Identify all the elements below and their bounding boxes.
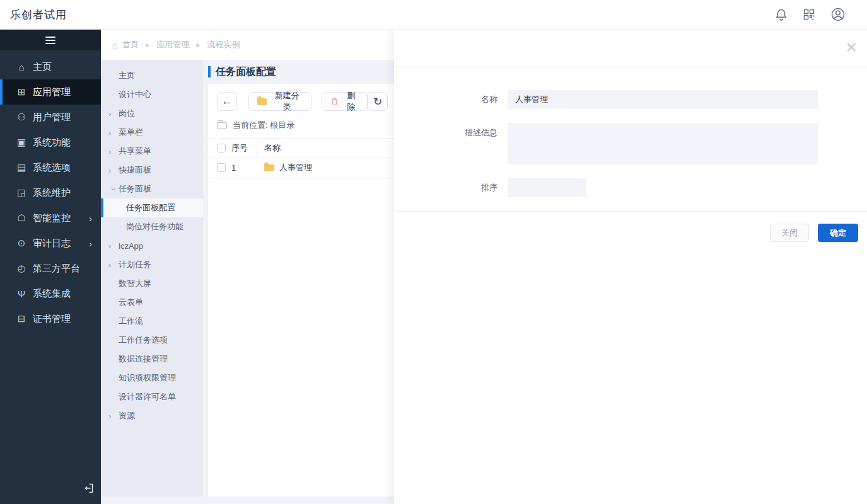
description-label: 描述信息 bbox=[394, 123, 508, 164]
submenu-item[interactable]: › 数据连接管理 bbox=[101, 350, 203, 369]
new-category-button[interactable]: 新建分类 bbox=[248, 92, 311, 111]
sidebar-item[interactable]: ⊙ 审计日志 › bbox=[0, 231, 101, 256]
confirm-button[interactable]: 确定 bbox=[818, 224, 858, 242]
menu-icon: ◲ bbox=[16, 187, 26, 198]
home-icon: ⌂ bbox=[112, 40, 118, 50]
sort-input[interactable] bbox=[508, 178, 586, 197]
name-input[interactable] bbox=[508, 90, 818, 109]
submenu-item-label: 知识项权限管理 bbox=[119, 372, 176, 384]
row-checkbox[interactable] bbox=[217, 163, 226, 172]
sidebar-item[interactable]: Ψ 系统集成 › bbox=[0, 281, 101, 306]
sort-label: 排序 bbox=[394, 178, 508, 197]
submenu-item-label: 工作任务选项 bbox=[119, 335, 168, 346]
panel-header: × bbox=[394, 30, 867, 67]
qr-code-icon[interactable] bbox=[803, 8, 815, 21]
sidebar-item[interactable]: ☖ 智能监控 › bbox=[0, 205, 101, 231]
content-card: ← 新建分类 删除 ↻ 当 bbox=[208, 84, 394, 496]
chevron-icon: › bbox=[108, 241, 119, 251]
submenu-item[interactable]: › 资源 bbox=[101, 406, 203, 425]
user-avatar-icon[interactable] bbox=[830, 7, 846, 22]
submenu-item[interactable]: › 工作任务选项 bbox=[101, 331, 203, 350]
submenu-item[interactable]: › 数智大屏 bbox=[101, 274, 203, 293]
submenu-item[interactable]: › 主页 bbox=[101, 66, 203, 85]
sidebar-item[interactable]: ◲ 系统维护 › bbox=[0, 180, 101, 205]
table-row[interactable]: 1 人事管理 bbox=[208, 158, 394, 178]
submenu-item-label: 计划任务 bbox=[119, 259, 151, 270]
sidebar-item-label: 主页 bbox=[33, 61, 52, 73]
submenu-item[interactable]: › 岗位对任务功能 bbox=[101, 217, 203, 236]
breadcrumb-home[interactable]: 首页 bbox=[122, 39, 139, 50]
submenu-item-label: 工作流 bbox=[119, 316, 143, 327]
sidebar-item-label: 用户管理 bbox=[33, 112, 71, 123]
submenu-item-label: 资源 bbox=[119, 410, 135, 421]
delete-button[interactable]: 删除 bbox=[322, 92, 368, 111]
submenu-item[interactable]: › 设计中心 bbox=[101, 85, 203, 104]
select-all-checkbox[interactable] bbox=[217, 144, 226, 152]
submenu-item[interactable]: › 菜单栏 bbox=[101, 123, 203, 142]
submenu-item[interactable]: › 云表单 bbox=[101, 293, 203, 312]
menu-icon: ▣ bbox=[16, 137, 26, 148]
column-header-name: 名称 bbox=[264, 142, 281, 154]
menu-icon: ⊙ bbox=[16, 238, 26, 249]
sidebar-collapse-button[interactable] bbox=[0, 30, 101, 50]
submenu-item[interactable]: › lczApp bbox=[101, 236, 203, 255]
bell-icon[interactable] bbox=[775, 8, 788, 21]
menu-icon: Ψ bbox=[16, 289, 26, 299]
sidebar-item[interactable]: ◴ 第三方平台 › bbox=[0, 256, 101, 281]
submenu-item[interactable]: › 工作流 bbox=[101, 312, 203, 331]
sidebar-item[interactable]: ⌂ 主页 › bbox=[0, 54, 101, 79]
submenu-item-label: 岗位 bbox=[119, 108, 135, 119]
submenu-item[interactable]: › 设计器许可名单 bbox=[101, 387, 203, 406]
submenu-item-label: 设计器许可名单 bbox=[119, 391, 176, 403]
submenu-item-label: 云表单 bbox=[119, 297, 143, 308]
middle-region: ⌂ 首页 ▶ 应用管理 ▶ 流程实例 › 主页 › 设计中心 › bbox=[101, 30, 394, 504]
submenu-item[interactable]: › 快捷面板 bbox=[101, 161, 203, 180]
submenu-item[interactable]: › 任务面板配置 bbox=[101, 198, 203, 217]
row-index: 1 bbox=[231, 163, 257, 173]
submenu-item[interactable]: › 任务面板 bbox=[101, 180, 203, 198]
sidebar-item[interactable]: ⚇ 用户管理 › bbox=[0, 105, 101, 130]
sidebar-item[interactable]: ▣ 系统功能 › bbox=[0, 130, 101, 155]
secondary-menu: › 主页 › 设计中心 › 岗位 › 菜单栏 bbox=[101, 60, 203, 496]
close-icon[interactable]: × bbox=[846, 36, 857, 59]
menu-icon: ◴ bbox=[16, 263, 26, 274]
sidebar-item[interactable]: ▤ 系统选项 › bbox=[0, 155, 101, 180]
submenu-item[interactable]: › 岗位 bbox=[101, 104, 203, 123]
submenu-item-label: 任务面板配置 bbox=[126, 202, 175, 214]
sidebar-item[interactable]: ⊞ 应用管理 › bbox=[0, 79, 101, 105]
topbar-icons bbox=[775, 7, 846, 22]
table-body: 1 人事管理 bbox=[208, 158, 394, 178]
submenu-item-label: 数据连接管理 bbox=[119, 353, 168, 365]
submenu-item[interactable]: › 知识项权限管理 bbox=[101, 369, 203, 387]
breadcrumb: ⌂ 首页 ▶ 应用管理 ▶ 流程实例 bbox=[101, 30, 394, 60]
close-button[interactable]: 关闭 bbox=[770, 224, 809, 242]
sidebar-item[interactable]: ⊟ 证书管理 › bbox=[0, 306, 101, 331]
chevron-right-icon: › bbox=[89, 213, 92, 224]
sidebar-item-label: 系统选项 bbox=[33, 162, 71, 174]
breadcrumb-current: 流程实例 bbox=[207, 39, 240, 50]
sidebar-item-label: 系统集成 bbox=[33, 288, 71, 300]
chevron-icon: › bbox=[108, 166, 119, 175]
back-button[interactable]: ← bbox=[217, 92, 237, 111]
submenu-item-label: 数智大屏 bbox=[119, 278, 151, 289]
sidebar-item-label: 审计日志 bbox=[33, 238, 71, 249]
sidebar-item-label: 系统维护 bbox=[33, 187, 71, 199]
hamburger-icon bbox=[45, 37, 55, 44]
refresh-button[interactable]: ↻ bbox=[368, 92, 388, 111]
submenu-item[interactable]: › 共享菜单 bbox=[101, 142, 203, 161]
logout-icon[interactable] bbox=[83, 483, 95, 496]
chevron-icon: › bbox=[109, 184, 119, 194]
folder-icon bbox=[257, 98, 267, 105]
row-name-cell[interactable]: 人事管理 bbox=[264, 162, 312, 173]
submenu-item-label: 共享菜单 bbox=[119, 146, 151, 157]
category-form: 名称 描述信息 排序 bbox=[394, 67, 867, 197]
description-textarea[interactable] bbox=[508, 123, 818, 164]
column-divider bbox=[257, 139, 257, 157]
sidebar-item-label: 系统功能 bbox=[33, 137, 71, 149]
content-area: 任务面板配置 ← 新建分类 删除 ↻ bbox=[208, 60, 394, 496]
menu-icon: ⊞ bbox=[16, 86, 26, 98]
chevron-icon: › bbox=[108, 109, 119, 118]
breadcrumb-separator-icon: ▶ bbox=[146, 42, 149, 48]
submenu-item[interactable]: › 计划任务 bbox=[101, 255, 203, 274]
breadcrumb-app-management[interactable]: 应用管理 bbox=[156, 39, 189, 50]
